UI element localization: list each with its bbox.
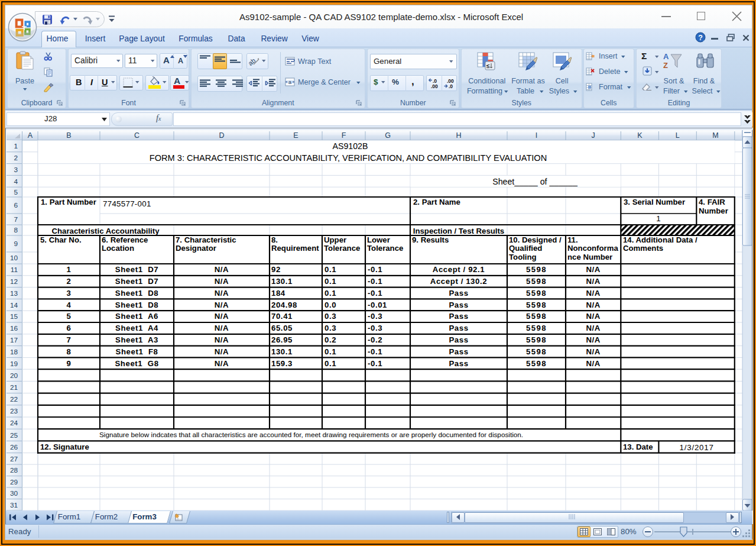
- svg-text:N/A: N/A: [215, 289, 229, 298]
- svg-text:23: 23: [10, 407, 18, 415]
- svg-text:7. Characteristic: 7. Characteristic: [176, 235, 236, 244]
- svg-text:22: 22: [10, 395, 18, 403]
- svg-text:Characteristic Accountability: Characteristic Accountability: [52, 227, 160, 235]
- svg-text:0.3: 0.3: [325, 324, 336, 332]
- svg-text:N/A: N/A: [215, 277, 229, 286]
- svg-text:Lower: Lower: [367, 235, 390, 244]
- svg-text:Tolerance: Tolerance: [324, 244, 360, 253]
- svg-text:Tooling: Tooling: [509, 253, 537, 261]
- svg-text:3. Serial Number: 3. Serial Number: [624, 198, 685, 206]
- svg-text:0.1: 0.1: [325, 265, 336, 274]
- svg-text:G: G: [385, 131, 391, 140]
- svg-text:2. Part Name: 2. Part Name: [413, 198, 460, 206]
- svg-text:8: 8: [67, 347, 72, 356]
- svg-text:13: 13: [10, 289, 18, 298]
- svg-text:130.1: 130.1: [271, 347, 293, 356]
- svg-text:7: 7: [67, 335, 72, 344]
- svg-text:8: 8: [14, 226, 18, 234]
- svg-text:Inspection / Test Results: Inspection / Test Results: [413, 227, 504, 235]
- svg-text:Signature below indcates that: Signature below indcates that all charac…: [99, 431, 523, 438]
- svg-text:14: 14: [10, 301, 18, 309]
- svg-text:J: J: [591, 131, 595, 140]
- svg-text:3: 3: [67, 289, 72, 298]
- svg-text:1: 1: [67, 265, 72, 274]
- svg-text:Sheet_____ of ______: Sheet_____ of ______: [492, 177, 578, 186]
- svg-text:Sheet1 A6: Sheet1 A6: [115, 312, 158, 321]
- svg-text:L: L: [676, 131, 680, 140]
- svg-text:184: 184: [271, 289, 285, 298]
- svg-text:31: 31: [10, 501, 18, 509]
- svg-text:8.: 8.: [271, 235, 278, 244]
- svg-text:Sheet1 A3: Sheet1 A3: [115, 335, 158, 344]
- svg-text:Pass: Pass: [449, 324, 468, 332]
- svg-text:9. Results: 9. Results: [412, 235, 449, 244]
- svg-text:18: 18: [10, 348, 18, 356]
- svg-text:Sheet1 D8: Sheet1 D8: [115, 301, 158, 309]
- svg-text:70.41: 70.41: [271, 312, 293, 321]
- svg-text:-0.1: -0.1: [368, 265, 382, 274]
- svg-text:21: 21: [10, 383, 18, 392]
- svg-text:28: 28: [10, 466, 18, 474]
- svg-text:5598: 5598: [526, 277, 547, 286]
- svg-text:0.0: 0.0: [325, 301, 336, 309]
- svg-text:-0.1: -0.1: [368, 277, 382, 286]
- svg-text:0.1: 0.1: [325, 347, 336, 356]
- svg-text:0.1: 0.1: [325, 277, 336, 286]
- svg-text:N/A: N/A: [215, 301, 229, 309]
- svg-text:N/A: N/A: [586, 277, 601, 286]
- svg-text:27: 27: [10, 455, 18, 463]
- svg-text:Qualified: Qualified: [509, 244, 542, 253]
- svg-text:Pass: Pass: [449, 301, 468, 309]
- svg-text:5598: 5598: [526, 301, 547, 309]
- svg-text:Sheet1 G8: Sheet1 G8: [115, 359, 158, 368]
- svg-text:N/A: N/A: [586, 359, 601, 368]
- svg-text:-0.1: -0.1: [368, 359, 382, 368]
- svg-text:D: D: [219, 131, 224, 140]
- svg-text:9: 9: [14, 240, 18, 248]
- svg-text:159.3: 159.3: [271, 359, 293, 368]
- svg-text:10: 10: [10, 254, 18, 262]
- svg-text:ab: ab: [249, 57, 257, 66]
- svg-text:Tolerance: Tolerance: [367, 244, 403, 253]
- svg-text:N/A: N/A: [586, 347, 601, 356]
- svg-text:12: 12: [10, 277, 18, 286]
- svg-text:11: 11: [11, 266, 18, 274]
- svg-text:Pass: Pass: [449, 312, 468, 321]
- svg-text:-0.3: -0.3: [368, 312, 382, 321]
- svg-text:H: H: [456, 131, 461, 140]
- svg-text:E: E: [293, 131, 298, 140]
- svg-text:30: 30: [10, 489, 18, 497]
- svg-text:Z: Z: [663, 61, 668, 70]
- svg-text:65.05: 65.05: [271, 324, 293, 332]
- svg-text:Accept / 92.1: Accept / 92.1: [433, 265, 485, 274]
- svg-text:12. Signature: 12. Signature: [40, 442, 89, 451]
- svg-text:4. FAIR: 4. FAIR: [699, 198, 725, 206]
- svg-text:-0.01: -0.01: [368, 301, 387, 309]
- svg-text:26.95: 26.95: [271, 335, 293, 344]
- svg-text:1: 1: [14, 142, 18, 150]
- svg-text:5. Char No.: 5. Char No.: [40, 235, 82, 244]
- svg-text:?: ?: [698, 34, 703, 42]
- svg-text:N/A: N/A: [215, 312, 229, 321]
- svg-text:C: C: [134, 131, 139, 140]
- svg-text:-0.1: -0.1: [368, 347, 382, 356]
- svg-text:-0.2: -0.2: [368, 335, 382, 344]
- svg-text:7745577-001: 7745577-001: [103, 199, 151, 208]
- svg-text:5598: 5598: [526, 324, 547, 332]
- svg-text:N/A: N/A: [586, 335, 601, 344]
- svg-text:0.1: 0.1: [325, 359, 336, 368]
- svg-text:-0.3: -0.3: [368, 324, 382, 332]
- svg-text:N/A: N/A: [215, 347, 229, 356]
- svg-text:N/A: N/A: [586, 289, 601, 298]
- svg-text:5598: 5598: [526, 265, 547, 274]
- svg-text:Accept / 130.2: Accept / 130.2: [430, 277, 487, 286]
- svg-text:19: 19: [10, 360, 18, 368]
- svg-text:25: 25: [10, 431, 18, 440]
- svg-text:Sheet1 D7: Sheet1 D7: [115, 265, 158, 274]
- svg-text:Pass: Pass: [449, 335, 468, 344]
- svg-text:Number: Number: [699, 206, 728, 215]
- svg-text:0.1: 0.1: [325, 289, 336, 298]
- svg-text:14. Additional Data /: 14. Additional Data /: [623, 235, 697, 244]
- svg-text:5598: 5598: [526, 359, 547, 368]
- svg-text:4: 4: [67, 301, 72, 309]
